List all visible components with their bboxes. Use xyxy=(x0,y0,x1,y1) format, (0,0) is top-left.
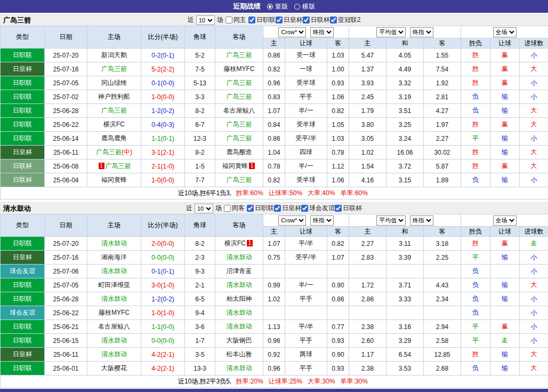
goals-result-cell: 大 xyxy=(520,348,548,362)
horizontal-radio[interactable] xyxy=(294,4,300,10)
home-team-name: 横滨FC xyxy=(103,121,125,128)
euro-period-select[interactable]: 终指 xyxy=(410,27,433,37)
summary-stats: 胜率:60%让球率:50%大率:40%单率:60% xyxy=(233,189,370,197)
league-checkbox-input[interactable] xyxy=(303,17,310,23)
page-title: 近期战绩 xyxy=(233,2,261,11)
league-filter-checkbox[interactable]: 日联杯 xyxy=(303,15,330,25)
vertical-radio[interactable] xyxy=(267,4,273,10)
goals-result-cell: 大 xyxy=(520,278,548,292)
score-cell: 1-2(0-2) xyxy=(141,104,185,118)
same-venue-checkbox[interactable]: 同客 xyxy=(224,204,245,213)
summary-stat: 大率:30% xyxy=(308,378,335,385)
away-team-name: 藤枝MYFC xyxy=(224,65,255,73)
match-date-cell: 25-06-15 xyxy=(45,334,87,348)
score-cell: 1-0(0-0) xyxy=(141,90,185,104)
same-venue-input[interactable] xyxy=(225,17,232,23)
league-type-cell: 日职联 xyxy=(1,76,45,90)
euro-source-select[interactable]: 平均值 xyxy=(376,27,406,37)
home-team-name: 冈山绿雉 xyxy=(101,79,127,86)
euro-source-select[interactable]: 平均值 xyxy=(376,215,406,226)
euro-home-odds-cell xyxy=(349,306,386,320)
euro-period-select[interactable]: 终指 xyxy=(410,215,433,226)
away-team-cell: 清水鼓动 xyxy=(215,362,263,375)
match-date-cell: 25-06-04 xyxy=(45,173,87,187)
league-checkbox-input[interactable] xyxy=(301,205,308,212)
same-venue-checkbox[interactable]: 同主 xyxy=(225,15,246,25)
asia-away-odds-cell: 0.93 xyxy=(327,362,349,375)
away-team-name: 广岛三箭 xyxy=(227,176,252,183)
match-row: 日皇杯25-06-11清水鼓动4-2(2-1)3-5松本山雅0.92两球0.90… xyxy=(1,348,548,362)
same-venue-input[interactable] xyxy=(224,205,231,212)
summary-stat: 胜率:60% xyxy=(236,189,263,197)
layout-radio-vertical[interactable]: 竖版 xyxy=(267,2,288,11)
asia-company-select[interactable]: Crow* xyxy=(278,215,306,226)
league-filter-checkbox[interactable]: 日职联 xyxy=(248,15,276,25)
recent-count-select[interactable]: 10 xyxy=(196,15,215,25)
euro-home-odds-cell: 2.38 xyxy=(349,320,386,334)
match-date-cell: 25-06-11 xyxy=(45,146,87,159)
result-cell: 胜 xyxy=(461,76,490,90)
scope-select[interactable]: 全场 xyxy=(493,27,517,37)
scope-select[interactable]: 全场 xyxy=(493,215,517,226)
col-header-asia-away: 客 xyxy=(327,227,349,237)
corner-cell: 9-3 xyxy=(185,265,215,278)
euro-away-odds-cell: 1.92 xyxy=(424,76,461,90)
home-team-name: 大阪樱花 xyxy=(101,364,127,372)
goals-result-cell: 小 xyxy=(520,320,548,334)
asia-home-odds-cell: 0.78 xyxy=(263,159,285,173)
league-filter-checkbox[interactable]: 日联杯 xyxy=(335,204,362,213)
score-cell: 1-0(1-0) xyxy=(141,306,185,320)
summary-cell: 近10场,胜2平3负5, 胜率:20%让球率:25%大率:30%单率:30% xyxy=(1,375,548,388)
match-row: 日职联25-07-05町田泽维亚3-0(1-0)2-1清水鼓动0.99半/一0.… xyxy=(1,278,548,292)
score-cell: 4-2(2-1) xyxy=(141,348,185,362)
col-header-asia-home: 主 xyxy=(263,38,285,49)
away-team-name: 清水鼓动 xyxy=(227,281,252,289)
home-team-cell: 名古屋鲸八 xyxy=(87,320,141,334)
league-checkbox-input[interactable] xyxy=(248,17,255,23)
summary-stat: 大率:40% xyxy=(308,189,335,197)
score-cell: 1-1(0-1) xyxy=(141,132,185,146)
match-date-cell: 25-06-11 xyxy=(45,348,87,362)
league-checkbox-input[interactable] xyxy=(247,205,254,212)
away-team-name: 清水鼓动 xyxy=(227,323,252,330)
match-row: 日职联25-06-22横滨FC0-4(0-3)6-7广岛三箭0.84受半球1.0… xyxy=(1,118,548,132)
recent-count-select[interactable]: 10 xyxy=(195,204,213,213)
league-filter-checkbox[interactable]: 球会友谊 xyxy=(301,204,335,213)
match-row: 球会友谊25-07-06清水鼓动0-1(0-1)9-3沼津青蓝负小 xyxy=(1,265,548,278)
asia-home-odds-cell: 0.86 xyxy=(263,132,285,146)
league-checkbox-input[interactable] xyxy=(335,205,342,212)
goals-result-cell: 小 xyxy=(520,306,548,320)
match-date-cell: 25-07-16 xyxy=(45,251,87,265)
score-cell: 5-2(2-2) xyxy=(141,62,185,76)
euro-home-odds-cell: 1.54 xyxy=(349,159,386,173)
goals-result-cell: 小 xyxy=(520,173,548,187)
league-filter-checkbox[interactable]: 亚冠联2 xyxy=(330,15,361,25)
league-filter-checkbox[interactable]: 日皇杯 xyxy=(276,15,303,25)
euro-draw-odds-cell: 16.06 xyxy=(386,146,424,159)
summary-stats: 胜率:20%让球率:25%大率:30%单率:30% xyxy=(233,378,370,385)
home-team-cell: 横滨FC xyxy=(87,118,141,132)
corner-cell: 5-13 xyxy=(185,76,215,90)
asia-period-select[interactable]: 终指 xyxy=(310,27,334,37)
asia-home-odds-cell: 0.82 xyxy=(263,62,285,76)
home-team-name: 广岛三箭 xyxy=(96,148,122,156)
col-header-score: 比分(半场) xyxy=(141,214,185,237)
home-team-name: 名古屋鲸八 xyxy=(98,323,130,330)
asia-home-odds-cell: 1.07 xyxy=(263,237,285,251)
handicap-cell: 平手 xyxy=(285,90,327,104)
asia-company-select[interactable]: Crow* xyxy=(278,27,306,37)
league-checkbox-input[interactable] xyxy=(274,205,281,212)
match-row: 球会友谊25-06-22藤枝MYFC1-0(1-0)9-4清水鼓动负小 xyxy=(1,306,548,320)
match-row: 日皇杯25-06-11广岛三箭(中)3-1(2-1)8-2鹿岛酿造1.04四球0… xyxy=(1,146,548,159)
league-checkbox-input[interactable] xyxy=(330,17,337,23)
league-type-cell: 日职联 xyxy=(1,320,45,334)
handicap-result-cell: 赢 xyxy=(490,320,520,334)
layout-radio-horizontal[interactable]: 横版 xyxy=(294,2,315,11)
league-filter-checkbox[interactable]: 日职联 xyxy=(247,204,274,213)
asia-home-odds-cell: 0.92 xyxy=(263,348,285,362)
league-checkbox-input[interactable] xyxy=(276,17,283,23)
league-checkbox-label: 亚冠联2 xyxy=(338,15,361,25)
away-team-name: 沼津青蓝 xyxy=(227,267,252,275)
league-filter-checkbox[interactable]: 日皇杯 xyxy=(274,204,301,213)
asia-period-select[interactable]: 终指 xyxy=(310,215,334,226)
